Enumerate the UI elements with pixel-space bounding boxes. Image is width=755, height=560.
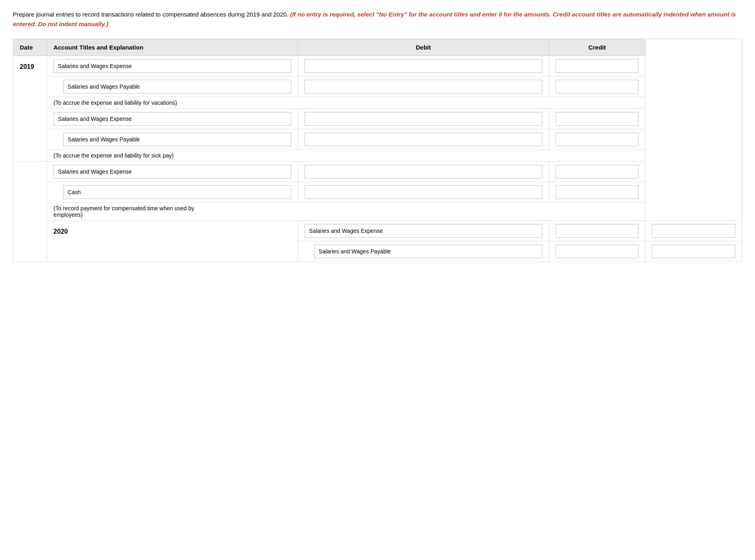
debit-cell bbox=[298, 56, 549, 77]
table-row: 2019 bbox=[13, 56, 742, 77]
credit-cell bbox=[645, 241, 742, 262]
account-title-input[interactable] bbox=[63, 80, 291, 93]
account-cell bbox=[47, 56, 298, 77]
account-cell bbox=[47, 162, 298, 182]
debit-cell bbox=[298, 182, 549, 203]
entry-note: (To accrue the expense and liability for… bbox=[47, 97, 645, 109]
table-row bbox=[13, 129, 742, 150]
account-cell bbox=[298, 241, 549, 262]
credit-input[interactable] bbox=[556, 112, 639, 126]
entry-note: (To accrue the expense and liability for… bbox=[47, 150, 645, 162]
instructions: Prepare journal entries to record transa… bbox=[13, 10, 742, 29]
debit-cell bbox=[549, 241, 645, 262]
instructions-normal: Prepare journal entries to record transa… bbox=[13, 11, 288, 18]
table-header-row: Date Account Titles and Explanation Debi… bbox=[13, 39, 742, 56]
debit-input[interactable] bbox=[556, 224, 639, 238]
header-account: Account Titles and Explanation bbox=[47, 39, 298, 56]
account-title-input[interactable] bbox=[54, 165, 291, 178]
account-title-input[interactable] bbox=[305, 224, 542, 238]
credit-input[interactable] bbox=[652, 224, 735, 238]
note-row: (To record payment for compensated time … bbox=[13, 203, 742, 221]
debit-cell bbox=[549, 221, 645, 241]
header-credit: Credit bbox=[549, 39, 645, 56]
header-debit: Debit bbox=[298, 39, 549, 56]
account-cell bbox=[47, 77, 298, 97]
credit-input[interactable] bbox=[556, 80, 639, 93]
credit-input[interactable] bbox=[556, 165, 639, 178]
account-cell bbox=[47, 129, 298, 150]
credit-input[interactable] bbox=[556, 133, 639, 146]
credit-cell bbox=[549, 182, 645, 203]
debit-cell bbox=[298, 162, 549, 182]
journal-table: Date Account Titles and Explanation Debi… bbox=[13, 39, 742, 262]
account-cell bbox=[47, 109, 298, 129]
account-title-input[interactable] bbox=[63, 185, 291, 199]
credit-input[interactable] bbox=[556, 59, 639, 73]
header-date: Date bbox=[13, 39, 47, 56]
debit-input[interactable] bbox=[305, 185, 542, 199]
account-cell bbox=[298, 221, 549, 241]
account-cell bbox=[47, 182, 298, 203]
credit-input[interactable] bbox=[556, 185, 639, 199]
debit-cell bbox=[298, 109, 549, 129]
debit-input[interactable] bbox=[305, 59, 542, 73]
table-row bbox=[13, 162, 742, 182]
account-title-input[interactable] bbox=[314, 245, 542, 258]
debit-cell bbox=[298, 77, 549, 97]
credit-cell bbox=[549, 56, 645, 77]
entry-note: (To record payment for compensated time … bbox=[47, 203, 645, 221]
credit-input[interactable] bbox=[652, 245, 735, 258]
table-row bbox=[13, 109, 742, 129]
note-row: (To accrue the expense and liability for… bbox=[13, 97, 742, 109]
credit-cell bbox=[645, 221, 742, 241]
credit-cell bbox=[549, 129, 645, 150]
table-row bbox=[13, 77, 742, 97]
credit-cell bbox=[549, 109, 645, 129]
account-title-input[interactable] bbox=[54, 59, 291, 73]
account-title-input[interactable] bbox=[54, 112, 291, 126]
debit-cell bbox=[298, 129, 549, 150]
note-row: (To accrue the expense and liability for… bbox=[13, 150, 742, 162]
credit-cell bbox=[549, 77, 645, 97]
year-2020: 2020 bbox=[47, 221, 298, 262]
date-empty bbox=[13, 162, 47, 262]
account-title-input[interactable] bbox=[63, 133, 291, 146]
debit-input[interactable] bbox=[305, 165, 542, 178]
table-row bbox=[13, 182, 742, 203]
debit-input[interactable] bbox=[305, 133, 542, 146]
year-2019: 2019 bbox=[13, 56, 47, 162]
debit-input[interactable] bbox=[556, 245, 639, 258]
table-row: 2020 bbox=[13, 221, 742, 241]
debit-input[interactable] bbox=[305, 80, 542, 93]
credit-cell bbox=[549, 162, 645, 182]
debit-input[interactable] bbox=[305, 112, 542, 126]
